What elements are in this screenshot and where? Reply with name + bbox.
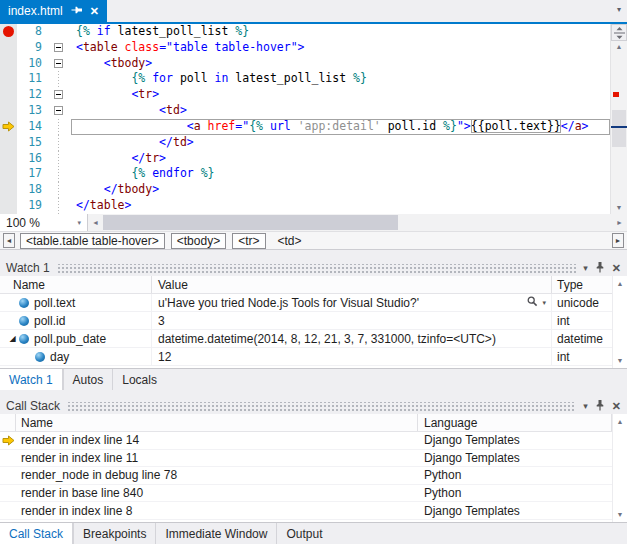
- gutter-cell[interactable]: [0, 24, 17, 40]
- scroll-left-icon[interactable]: ◄: [88, 214, 103, 231]
- scroll-down-icon[interactable]: ▼: [617, 511, 624, 518]
- outline-collapse-box-icon[interactable]: [54, 90, 63, 99]
- code-text[interactable]: <table class="table table-hover">: [71, 40, 610, 56]
- tab-breakpoints[interactable]: Breakpoints: [73, 523, 155, 544]
- code-text[interactable]: </tbody>: [71, 182, 610, 198]
- breadcrumb-scroll-left-icon[interactable]: ◄: [3, 233, 15, 248]
- gutter-cell[interactable]: [0, 87, 17, 103]
- scroll-down-icon[interactable]: ▼: [611, 202, 627, 214]
- hscrollbar-track[interactable]: [103, 214, 612, 231]
- panel-splitter[interactable]: [0, 390, 627, 398]
- auto-hide-pin-icon[interactable]: [595, 400, 605, 413]
- code-line[interactable]: 19</table>: [0, 198, 610, 214]
- scrollbar-track[interactable]: [611, 53, 627, 202]
- code-editor[interactable]: 8{% if latest_poll_list %}9<table class=…: [0, 24, 627, 214]
- gutter-cell[interactable]: [0, 166, 17, 182]
- gutter-cell[interactable]: [0, 103, 17, 119]
- column-header-language[interactable]: Language: [418, 414, 612, 431]
- breadcrumb-item[interactable]: <table.table table-hover>: [20, 233, 165, 249]
- outlining-margin[interactable]: [47, 56, 71, 72]
- outlining-margin[interactable]: [47, 151, 71, 167]
- outlining-margin[interactable]: [47, 135, 71, 151]
- column-header-value[interactable]: Value: [152, 276, 552, 293]
- code-text[interactable]: </td>: [71, 135, 610, 151]
- breadcrumb-scroll-right-icon[interactable]: ►: [612, 233, 624, 248]
- outlining-margin[interactable]: [47, 40, 71, 56]
- outlining-margin[interactable]: [47, 182, 71, 198]
- close-panel-icon[interactable]: ✕: [612, 263, 621, 274]
- callstack-frame[interactable]: render in index line 11Django Templates: [0, 450, 612, 468]
- column-header-name[interactable]: Name: [16, 414, 418, 431]
- watch-scrollbar[interactable]: ▲ ▼: [612, 276, 627, 368]
- code-line[interactable]: 15 </td>: [0, 135, 610, 151]
- code-line[interactable]: 8{% if latest_poll_list %}: [0, 24, 610, 40]
- auto-hide-pin-icon[interactable]: [595, 262, 605, 275]
- watch-name-cell[interactable]: ◢poll.pub_date: [0, 330, 152, 347]
- scrollbar-thumb[interactable]: [612, 110, 626, 147]
- code-line[interactable]: 17 {% endfor %}: [0, 166, 610, 182]
- gutter-cell[interactable]: [0, 198, 17, 214]
- watch-name-cell[interactable]: poll.text: [0, 294, 152, 311]
- breadcrumb-item[interactable]: <td>: [272, 233, 308, 249]
- outlining-margin[interactable]: [47, 119, 71, 135]
- document-tab-index-html[interactable]: index.html ✕: [0, 0, 107, 22]
- watch-name-cell[interactable]: poll.id: [0, 312, 152, 329]
- watch-row[interactable]: ◢poll.pub_datedatetime.datetime(2014, 8,…: [0, 330, 612, 348]
- column-header-name[interactable]: Name: [0, 276, 152, 293]
- breakpoint-icon[interactable]: [3, 26, 14, 37]
- code-text[interactable]: {% endfor %}: [71, 166, 610, 182]
- column-header-type[interactable]: Type: [552, 276, 612, 293]
- pin-tab-icon[interactable]: [71, 4, 82, 18]
- scroll-down-icon[interactable]: ▼: [617, 357, 624, 364]
- scroll-up-icon[interactable]: ▲: [617, 280, 624, 287]
- callstack-frame[interactable]: render in index line 8Django Templates: [0, 502, 612, 520]
- gutter-cell[interactable]: [0, 151, 17, 167]
- window-position-dropdown-icon[interactable]: ▾: [583, 264, 588, 273]
- outlining-margin[interactable]: [47, 24, 71, 40]
- code-text[interactable]: </table>: [71, 198, 610, 214]
- code-line[interactable]: 14 <a href="{% url 'app:detail' poll.id …: [0, 119, 610, 135]
- code-line[interactable]: 9<table class="table table-hover">: [0, 40, 610, 56]
- gutter-cell[interactable]: [0, 135, 17, 151]
- panel-splitter[interactable]: [0, 250, 627, 260]
- tab-autos[interactable]: Autos: [63, 369, 113, 390]
- watch-row[interactable]: poll.textu'Have you tried Node.js Tools …: [0, 294, 612, 312]
- tab-immediate-window[interactable]: Immediate Window: [155, 523, 276, 544]
- watch-value-cell[interactable]: 12: [152, 348, 552, 365]
- outlining-margin[interactable]: [47, 103, 71, 119]
- gutter-cell[interactable]: [0, 182, 17, 198]
- callstack-scrollbar[interactable]: ▲ ▼: [612, 414, 627, 522]
- code-text[interactable]: <tbody>: [71, 56, 610, 72]
- scroll-right-icon[interactable]: ►: [612, 214, 627, 231]
- code-line[interactable]: 16 </tr>: [0, 151, 610, 167]
- breadcrumb-item[interactable]: <tr>: [232, 233, 265, 249]
- watch-value-cell[interactable]: 3: [152, 312, 552, 329]
- tab-output[interactable]: Output: [276, 523, 331, 544]
- watch-value-cell[interactable]: datetime.datetime(2014, 8, 12, 21, 3, 7,…: [152, 330, 552, 347]
- magnifier-icon[interactable]: [527, 296, 538, 310]
- tab-call-stack[interactable]: Call Stack: [0, 523, 73, 544]
- outline-collapse-box-icon[interactable]: [54, 59, 63, 68]
- gutter-cell[interactable]: [0, 119, 17, 135]
- watch-value-cell[interactable]: u'Have you tried Node.js Tools for Visua…: [152, 294, 552, 311]
- editor-zoom-select[interactable]: 100 % ▾: [0, 214, 88, 231]
- callstack-column-headers[interactable]: NameLanguage: [0, 414, 612, 432]
- code-line[interactable]: 13 <td>: [0, 103, 610, 119]
- tab-locals[interactable]: Locals: [112, 369, 166, 390]
- breadcrumb-item[interactable]: <tbody>: [171, 233, 226, 249]
- scroll-up-icon[interactable]: ▲: [611, 41, 627, 53]
- code-line[interactable]: 11 {% for poll in latest_poll_list %}: [0, 71, 610, 87]
- outlining-margin[interactable]: [47, 166, 71, 182]
- code-text[interactable]: <a href="{% url 'app:detail' poll.id %}"…: [71, 119, 610, 135]
- split-window-handle-icon[interactable]: [611, 24, 627, 41]
- code-text[interactable]: {% if latest_poll_list %}: [71, 24, 610, 40]
- outlining-margin[interactable]: [47, 198, 71, 214]
- code-text[interactable]: <td>: [71, 103, 610, 119]
- gutter-cell[interactable]: [0, 40, 17, 56]
- outline-collapse-box-icon[interactable]: [54, 43, 63, 52]
- tree-expander-expanded-icon[interactable]: ◢: [6, 334, 19, 343]
- close-tab-icon[interactable]: ✕: [90, 6, 99, 17]
- outlining-margin[interactable]: [47, 71, 71, 87]
- scroll-up-icon[interactable]: ▲: [617, 418, 624, 425]
- document-well-dropdown-icon[interactable]: ▾: [617, 5, 621, 14]
